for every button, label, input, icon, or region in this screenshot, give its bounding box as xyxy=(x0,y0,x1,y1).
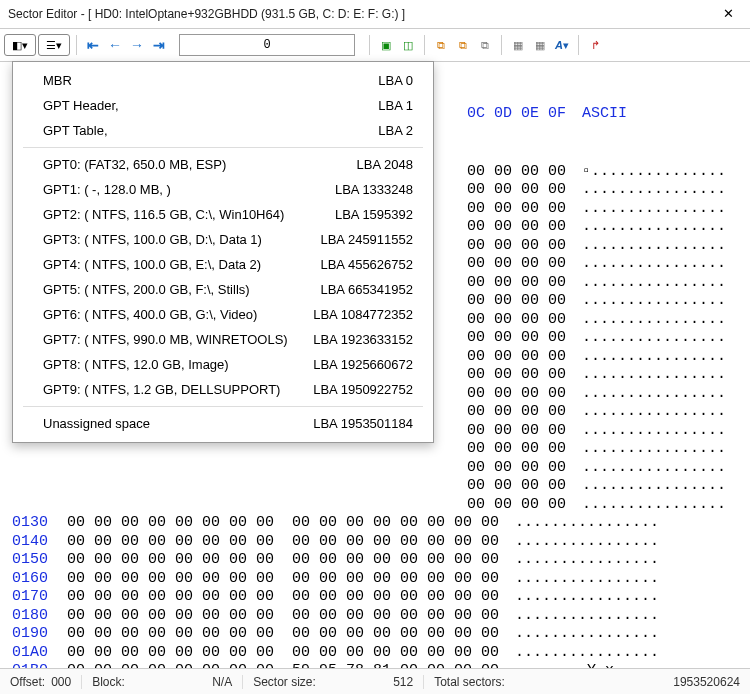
menu-item[interactable]: GPT Header,LBA 1 xyxy=(13,93,433,118)
row-ascii[interactable]: ................ xyxy=(515,570,659,589)
menu-item-lba: LBA 0 xyxy=(378,73,413,88)
row-ascii[interactable]: ................ xyxy=(582,422,726,441)
row-hex-tail[interactable]: 00 00 00 00 xyxy=(467,181,566,200)
menu-item-label: GPT6: ( NTFS, 400.0 GB, G:\, Video) xyxy=(43,307,257,322)
row-hex-tail[interactable]: 00 00 00 00 xyxy=(467,477,566,496)
row-ascii[interactable]: ................ xyxy=(582,403,726,422)
menu-item[interactable]: GPT3: ( NTFS, 100.0 GB, D:\, Data 1)LBA … xyxy=(13,227,433,252)
goto-sector-input[interactable] xyxy=(179,34,355,56)
row-ascii[interactable]: ................ xyxy=(582,496,726,515)
row-hex[interactable]: 00 00 00 00 00 00 00 00 00 00 00 00 00 0… xyxy=(67,533,499,552)
row-hex[interactable]: 00 00 00 00 00 00 00 00 00 00 00 00 00 0… xyxy=(67,607,499,626)
row-hex-tail[interactable]: 00 00 00 00 xyxy=(467,440,566,459)
row-hex[interactable]: 00 00 00 00 00 00 00 00 00 00 00 00 00 0… xyxy=(67,644,499,663)
row-hex-tail[interactable]: 00 00 00 00 xyxy=(467,255,566,274)
block-label: Block: xyxy=(92,675,125,689)
row-ascii[interactable]: ................ xyxy=(515,607,659,626)
hex-row: 01A000 00 00 00 00 00 00 00 00 00 00 00 … xyxy=(12,644,740,663)
row-ascii[interactable]: ................ xyxy=(515,551,659,570)
row-hex-tail[interactable]: 00 00 00 00 xyxy=(467,218,566,237)
menu-item[interactable]: GPT7: ( NTFS, 990.0 MB, WINRETOOLS)LBA 1… xyxy=(13,327,433,352)
row-ascii[interactable]: ................ xyxy=(582,237,726,256)
row-hex[interactable]: 00 00 00 00 00 00 00 00 00 00 00 00 00 0… xyxy=(67,625,499,644)
row-hex-tail[interactable]: 00 00 00 00 xyxy=(467,274,566,293)
menu-item[interactable]: GPT5: ( NTFS, 200.0 GB, F:\, Stills)LBA … xyxy=(13,277,433,302)
row-hex-tail[interactable]: 00 00 00 00 xyxy=(467,329,566,348)
row-hex[interactable]: 00 00 00 00 00 00 00 00 00 00 00 00 00 0… xyxy=(67,570,499,589)
row-ascii[interactable]: ................ xyxy=(582,218,726,237)
font-icon[interactable]: A▾ xyxy=(552,35,572,55)
row-ascii[interactable]: ................ xyxy=(582,329,726,348)
save2-icon[interactable]: ◫ xyxy=(398,35,418,55)
row-ascii[interactable]: ................ xyxy=(582,274,726,293)
row-ascii[interactable]: ................ xyxy=(582,292,726,311)
row-ascii[interactable]: ................ xyxy=(515,625,659,644)
row-hex-tail[interactable]: 00 00 00 00 xyxy=(467,200,566,219)
menu-item-lba: LBA 1953501184 xyxy=(313,416,413,431)
row-hex-tail[interactable]: 00 00 00 00 xyxy=(467,163,566,182)
menu-item[interactable]: GPT0: (FAT32, 650.0 MB, ESP)LBA 2048 xyxy=(13,152,433,177)
row-hex[interactable]: 00 00 00 00 00 00 00 00 00 00 00 00 00 0… xyxy=(67,588,499,607)
row-hex-tail[interactable]: 00 00 00 00 xyxy=(467,348,566,367)
row-ascii[interactable]: ................ xyxy=(582,385,726,404)
row-hex-tail[interactable]: 00 00 00 00 xyxy=(467,292,566,311)
last-icon[interactable]: ⇥ xyxy=(149,35,169,55)
row-ascii[interactable]: ▫............... xyxy=(582,163,726,182)
prev-icon[interactable]: ← xyxy=(105,35,125,55)
paste-icon[interactable]: ⧉ xyxy=(475,35,495,55)
menu-item-lba: LBA 2 xyxy=(378,123,413,138)
row-ascii[interactable]: ................ xyxy=(582,440,726,459)
row-hex-tail[interactable]: 00 00 00 00 xyxy=(467,385,566,404)
menu-item-label: GPT0: (FAT32, 650.0 MB, ESP) xyxy=(43,157,226,172)
row-hex-tail[interactable]: 00 00 00 00 xyxy=(467,403,566,422)
hex-row: 00 00 00 00................ xyxy=(12,477,740,496)
row-hex[interactable]: 00 00 00 00 00 00 00 00 00 00 00 00 00 0… xyxy=(67,551,499,570)
view-dropdown[interactable]: ☰▾ xyxy=(38,34,70,56)
first-icon[interactable]: ⇤ xyxy=(83,35,103,55)
menu-item-label: GPT Header, xyxy=(43,98,119,113)
calc2-icon[interactable]: ▦ xyxy=(530,35,550,55)
row-ascii[interactable]: ................ xyxy=(515,644,659,663)
next-icon[interactable]: → xyxy=(127,35,147,55)
row-hex-tail[interactable]: 00 00 00 00 xyxy=(467,366,566,385)
row-ascii[interactable]: ................ xyxy=(582,366,726,385)
menu-item[interactable]: GPT4: ( NTFS, 100.0 GB, E:\, Data 2)LBA … xyxy=(13,252,433,277)
row-offset: 01A0 xyxy=(12,644,67,663)
row-ascii[interactable]: ................ xyxy=(515,533,659,552)
row-hex-tail[interactable]: 00 00 00 00 xyxy=(467,459,566,478)
ascii-header: ASCII xyxy=(582,105,627,124)
row-ascii[interactable]: ................ xyxy=(515,514,659,533)
row-hex-tail[interactable]: 00 00 00 00 xyxy=(467,422,566,441)
cut-icon[interactable]: ⧉ xyxy=(453,35,473,55)
row-ascii[interactable]: ................ xyxy=(582,255,726,274)
row-ascii[interactable]: ................ xyxy=(582,181,726,200)
menu-item-label: GPT3: ( NTFS, 100.0 GB, D:\, Data 1) xyxy=(43,232,262,247)
row-ascii[interactable]: ................ xyxy=(582,311,726,330)
menu-item-label: GPT9: ( NTFS, 1.2 GB, DELLSUPPORT) xyxy=(43,382,280,397)
row-hex-tail[interactable]: 00 00 00 00 xyxy=(467,496,566,515)
menu-item-unassigned[interactable]: Unassigned space LBA 1953501184 xyxy=(13,411,433,436)
menu-item-label: GPT2: ( NTFS, 116.5 GB, C:\, Win10H64) xyxy=(43,207,284,222)
calc-icon[interactable]: ▦ xyxy=(508,35,528,55)
partition-dropdown[interactable]: ◧▾ xyxy=(4,34,36,56)
row-ascii[interactable]: ................ xyxy=(582,459,726,478)
close-icon[interactable]: ✕ xyxy=(706,0,750,28)
row-ascii[interactable]: ................ xyxy=(582,348,726,367)
menu-item-lba: LBA 1333248 xyxy=(335,182,413,197)
menu-item[interactable]: GPT9: ( NTFS, 1.2 GB, DELLSUPPORT)LBA 19… xyxy=(13,377,433,402)
copy-icon[interactable]: ⧉ xyxy=(431,35,451,55)
row-ascii[interactable]: ................ xyxy=(582,477,726,496)
row-ascii[interactable]: ................ xyxy=(515,588,659,607)
row-hex-tail[interactable]: 00 00 00 00 xyxy=(467,237,566,256)
menu-item[interactable]: MBRLBA 0 xyxy=(13,68,433,93)
menu-item[interactable]: GPT6: ( NTFS, 400.0 GB, G:\, Video)LBA 1… xyxy=(13,302,433,327)
row-ascii[interactable]: ................ xyxy=(582,200,726,219)
menu-item[interactable]: GPT Table,LBA 2 xyxy=(13,118,433,143)
save-icon[interactable]: ▣ xyxy=(376,35,396,55)
menu-item[interactable]: GPT2: ( NTFS, 116.5 GB, C:\, Win10H64)LB… xyxy=(13,202,433,227)
menu-item[interactable]: GPT1: ( -, 128.0 MB, )LBA 1333248 xyxy=(13,177,433,202)
menu-item[interactable]: GPT8: ( NTFS, 12.0 GB, Image)LBA 1925660… xyxy=(13,352,433,377)
row-hex-tail[interactable]: 00 00 00 00 xyxy=(467,311,566,330)
exit-icon[interactable]: ↱ xyxy=(585,35,605,55)
row-hex[interactable]: 00 00 00 00 00 00 00 00 00 00 00 00 00 0… xyxy=(67,514,499,533)
